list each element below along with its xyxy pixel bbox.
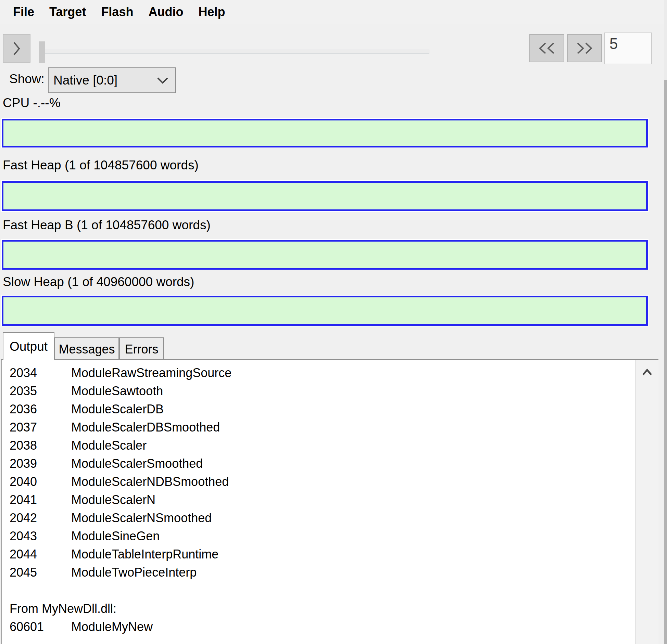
show-label: Show: (9, 72, 45, 86)
slow-heap-meter-label: Slow Heap (1 of 40960000 words) (3, 275, 194, 289)
output-row: 2034 ModuleRawStreamingSource (10, 364, 658, 382)
output-row: 2042 ModuleScalerNSmoothed (10, 509, 658, 527)
output-row-name: ModuleScalerSmoothed (71, 454, 203, 473)
double-chevron-left-icon (537, 41, 556, 55)
position-slider-thumb[interactable] (39, 41, 45, 63)
rewind-button[interactable] (529, 34, 564, 62)
cpu-meter-label: CPU -.--% (3, 96, 61, 110)
output-row-id: 2041 (10, 491, 71, 509)
position-slider-track[interactable] (43, 50, 429, 54)
chevron-down-icon (156, 76, 169, 85)
output-row-list: 2034 ModuleRawStreamingSource 2035 Modul… (10, 364, 658, 581)
output-row: 2044 ModuleTableInterpRuntime (10, 545, 658, 563)
tab-errors[interactable]: Errors (119, 337, 164, 360)
chevron-right-icon (12, 41, 21, 56)
output-row: 2039 ModuleScalerSmoothed (10, 454, 658, 473)
output-row-id: 2040 (10, 473, 71, 491)
output-dll-heading: From MyNewDll.dll: (10, 600, 658, 618)
fast-heap-b-meter-label: Fast Heap B (1 of 104857600 words) (3, 218, 211, 232)
output-dll-row-list: 60601 ModuleMyNew (10, 618, 658, 636)
output-row-name: ModuleScalerDBSmoothed (71, 418, 220, 436)
output-row-name: ModuleTwoPieceInterp (71, 563, 197, 581)
menu-file[interactable]: File (8, 3, 39, 21)
show-dropdown[interactable]: Native [0:0] (48, 67, 176, 93)
output-row: 2036 ModuleScalerDB (10, 400, 658, 418)
output-row-id: 2039 (10, 454, 71, 473)
scroll-up-icon[interactable] (641, 368, 653, 644)
show-dropdown-value: Native [0:0] (53, 73, 156, 88)
output-row-id: 60601 (10, 618, 71, 636)
output-row: 2043 ModuleSineGen (10, 527, 658, 545)
tab-output[interactable]: Output (3, 332, 54, 360)
cpu-meter-bar (2, 119, 648, 147)
output-row-name: ModuleSineGen (71, 527, 160, 545)
menu-audio[interactable]: Audio (143, 3, 188, 21)
output-log: 2034 ModuleRawStreamingSource 2035 Modul… (2, 360, 658, 636)
tab-messages[interactable]: Messages (54, 337, 119, 360)
double-chevron-right-icon (575, 41, 594, 55)
slow-heap-meter-bar (2, 296, 648, 326)
menu-target[interactable]: Target (45, 3, 91, 21)
output-row-id: 2037 (10, 418, 71, 436)
output-row: 2035 ModuleSawtooth (10, 382, 658, 400)
menu-bar: File Target Flash Audio Help (0, 0, 667, 24)
output-row: 2045 ModuleTwoPieceInterp (10, 563, 658, 581)
window-scrollbar-thumb[interactable] (664, 80, 667, 644)
forward-button[interactable] (567, 34, 602, 62)
output-row-id: 2043 (10, 527, 71, 545)
output-row-name: ModuleSawtooth (71, 382, 163, 400)
output-row-id: 2045 (10, 563, 71, 581)
output-row: 2037 ModuleScalerDBSmoothed (10, 418, 658, 436)
menu-help[interactable]: Help (193, 3, 230, 21)
menu-flash[interactable]: Flash (96, 3, 138, 21)
output-row-name: ModuleScalerDB (71, 400, 164, 418)
output-row: 2038 ModuleScaler (10, 436, 658, 454)
output-row-name: ModuleTableInterpRuntime (71, 545, 218, 563)
output-row-id: 2038 (10, 436, 71, 454)
fast-heap-meter-label: Fast Heap (1 of 104857600 words) (3, 158, 199, 172)
output-row-id: 2042 (10, 509, 71, 527)
output-row-id: 2034 (10, 364, 71, 382)
output-row: 2040 ModuleScalerNDBSmoothed (10, 473, 658, 491)
output-row-name: ModuleScalerNSmoothed (71, 509, 212, 527)
output-row: 2041 ModuleScalerN (10, 491, 658, 509)
output-panel: 2034 ModuleRawStreamingSource 2035 Modul… (1, 359, 658, 644)
output-row-name: ModuleMyNew (71, 618, 153, 636)
output-row-name: ModuleScalerN (71, 491, 155, 509)
output-row-name: ModuleRawStreamingSource (71, 364, 231, 382)
output-row: 60601 ModuleMyNew (10, 618, 658, 636)
output-scrollbar[interactable] (635, 360, 658, 644)
fast-heap-b-meter-bar (2, 240, 648, 270)
step-count-field[interactable]: 5 (604, 33, 652, 64)
output-row-name: ModuleScaler (71, 436, 147, 454)
play-button[interactable] (3, 34, 30, 63)
fast-heap-meter-bar (2, 181, 648, 211)
output-row-id: 2035 (10, 382, 71, 400)
output-row-id: 2036 (10, 400, 71, 418)
output-row-name: ModuleScalerNDBSmoothed (71, 473, 229, 491)
output-row-id: 2044 (10, 545, 71, 563)
window-scrollbar[interactable] (664, 0, 667, 644)
